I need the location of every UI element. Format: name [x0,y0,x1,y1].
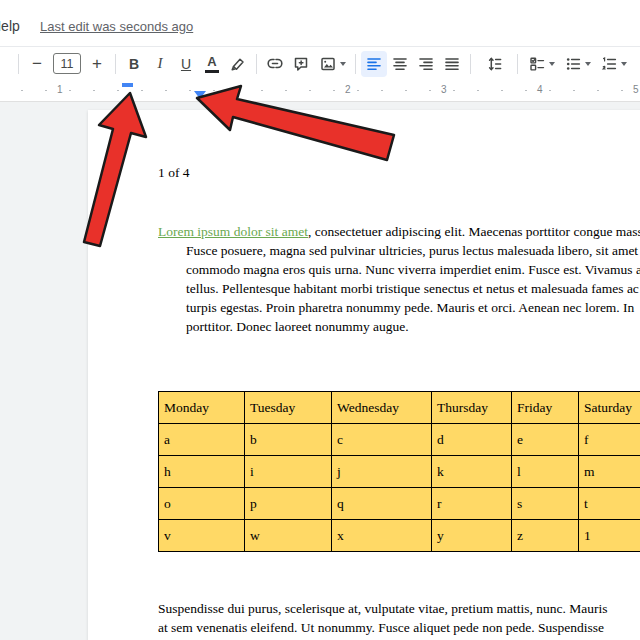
text-color-button[interactable]: A [199,51,225,77]
table-cell[interactable]: w [245,520,332,552]
bulleted-list-button[interactable] [559,51,595,77]
table-cell[interactable]: x [332,520,432,552]
chevron-down-icon [585,62,591,66]
align-center-icon [391,55,409,73]
ruler[interactable]: 1 2 3 4 5 [0,80,640,102]
paragraph-line[interactable]: turpis egestas. Proin pharetra nonummy p… [186,298,640,317]
table-row: o p q r s t [159,488,640,520]
table-cell[interactable]: b [245,424,332,456]
bold-icon: B [129,56,139,72]
numbered-list-button[interactable] [595,51,631,77]
italic-icon: I [158,55,163,72]
paragraph-line[interactable]: tellus. Pellentesque habitant morbi tris… [186,279,640,298]
link-icon [266,55,284,73]
table-cell[interactable]: e [512,424,579,456]
align-justify-icon [443,55,461,73]
highlight-color-button[interactable] [225,51,251,77]
underline-icon: U [181,56,191,72]
table-header-cell[interactable]: Saturday [579,392,640,424]
paragraph-line[interactable]: porttitor. Donec laoreet nonummy augue. [186,317,640,336]
table-row: v w x y z 1 [159,520,640,552]
text-color-icon: A [205,55,219,73]
last-edit-link[interactable]: Last edit was seconds ago [40,19,193,34]
insert-image-button[interactable] [314,51,350,77]
toolbar-separator [470,54,471,74]
bulleted-list-icon [564,55,582,73]
table-cell[interactable]: t [579,488,640,520]
google-docs-window: Help Last edit was seconds ago − 11 + B … [0,0,640,640]
table-cell[interactable]: c [332,424,432,456]
doc-link[interactable]: Lorem ipsum dolor sit amet [158,224,308,239]
table-cell[interactable]: m [579,456,640,488]
table-cell[interactable]: h [159,456,245,488]
align-center-button[interactable] [387,51,413,77]
insert-link-button[interactable] [262,51,288,77]
paragraph-line[interactable]: Suspendisse dui purus, scelerisque at, v… [158,599,640,618]
toolbar-separator [355,54,356,74]
plus-icon: + [92,55,102,72]
paragraph-text: , consectetuer adipiscing elit. Maecenas… [308,224,640,239]
table-cell[interactable]: d [432,424,512,456]
table-cell[interactable]: f [579,424,640,456]
toolbar: − 11 + B I U A [0,47,640,81]
align-left-button[interactable] [361,51,387,77]
toolbar-separator [517,54,518,74]
table-cell[interactable]: o [159,488,245,520]
line-spacing-button[interactable] [476,51,512,77]
table-cell[interactable]: v [159,520,245,552]
table-cell[interactable]: z [512,520,579,552]
align-justify-button[interactable] [439,51,465,77]
table-header-cell[interactable]: Thursday [432,392,512,424]
paragraph-line[interactable]: Lorem ipsum dolor sit amet, consectetuer… [158,222,640,241]
chevron-down-icon [340,62,346,66]
table-cell[interactable]: a [159,424,245,456]
underline-button[interactable]: U [173,51,199,77]
chevron-down-icon [549,62,555,66]
table-cell[interactable]: j [332,456,432,488]
numbered-list-icon [600,55,618,73]
table-cell[interactable]: y [432,520,512,552]
decrease-font-size-button[interactable]: − [24,51,50,77]
paragraph-2[interactable]: Suspendisse dui purus, scelerisque at, v… [158,599,640,637]
font-size-input[interactable]: 11 [53,53,81,74]
menu-bar: Help Last edit was seconds ago [0,0,640,47]
table-cell[interactable]: 1 [579,520,640,552]
document-table[interactable]: Monday Tuesday Wednesday Thursday Friday… [158,391,640,552]
checklist-button[interactable] [523,51,559,77]
align-right-button[interactable] [413,51,439,77]
table-header-cell[interactable]: Tuesday [245,392,332,424]
left-indent-marker[interactable] [194,91,206,99]
toolbar-separator [115,54,116,74]
table-header-row: Monday Tuesday Wednesday Thursday Friday… [159,392,640,424]
table-row: a b c d e f [159,424,640,456]
paragraph-line[interactable]: Fusce posuere, magna sed pulvinar ultric… [186,241,640,260]
document-canvas: 1 of 4 Lorem ipsum dolor sit amet, conse… [0,102,640,640]
table-cell[interactable]: p [245,488,332,520]
ruler-number: 2 [343,84,353,95]
image-icon [319,55,337,73]
table-header-cell[interactable]: Friday [512,392,579,424]
ruler-number: 4 [535,84,545,95]
menu-help[interactable]: Help [0,18,20,34]
table-cell[interactable]: q [332,488,432,520]
highlighter-icon [229,55,247,73]
italic-button[interactable]: I [147,51,173,77]
paragraph-line[interactable]: commodo magna eros quis urna. Nunc viver… [186,260,640,279]
table-cell[interactable]: r [432,488,512,520]
page-count-text[interactable]: 1 of 4 [158,163,190,182]
document-page[interactable]: 1 of 4 Lorem ipsum dolor sit amet, conse… [88,110,640,640]
increase-font-size-button[interactable]: + [84,51,110,77]
paragraph-1[interactable]: Lorem ipsum dolor sit amet, consectetuer… [158,222,640,336]
bold-button[interactable]: B [121,51,147,77]
table-cell[interactable]: i [245,456,332,488]
table-header-cell[interactable]: Monday [159,392,245,424]
first-line-indent-marker[interactable] [122,83,133,87]
table-cell[interactable]: l [512,456,579,488]
table-cell[interactable]: k [432,456,512,488]
add-comment-button[interactable] [288,51,314,77]
paragraph-line[interactable]: at sem venenatis eleifend. Ut nonummy. F… [158,618,640,637]
table-row: h i j k l m [159,456,640,488]
table-header-cell[interactable]: Wednesday [332,392,432,424]
checklist-icon [528,55,546,73]
table-cell[interactable]: s [512,488,579,520]
